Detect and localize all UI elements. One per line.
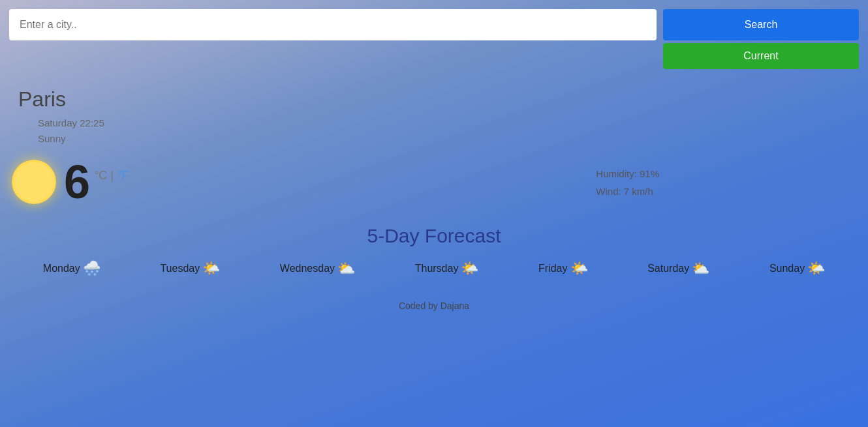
button-group: Search Current — [663, 9, 859, 69]
forecast-day: Friday 🌤️ — [538, 260, 587, 277]
search-button[interactable]: Search — [663, 9, 859, 40]
forecast-day: Saturday ⛅ — [647, 260, 709, 277]
footer-credit: Coded by Dajana — [399, 301, 469, 311]
weather-icon: 🌤️ — [807, 260, 825, 277]
forecast-title: 5-Day Forecast — [0, 225, 868, 247]
day-name: Wednesday ⛅ — [280, 260, 355, 277]
weather-icon: 🌤️ — [570, 260, 588, 277]
top-bar: Search Current — [0, 0, 868, 69]
celsius-unit[interactable]: °C — [94, 169, 107, 182]
forecast-day: Tuesday 🌤️ — [160, 260, 220, 277]
unit-separator: | — [110, 169, 114, 182]
city-name: Paris — [18, 87, 868, 111]
temperature-units: °C | °F — [94, 169, 129, 183]
city-condition: Sunny — [38, 131, 868, 147]
forecast-day: Wednesday ⛅ — [280, 260, 355, 277]
weather-icon: ⛅ — [337, 260, 355, 277]
weather-details: Humidity: 91% Wind: 7 km/h — [596, 165, 659, 200]
day-name: Sunday 🌤️ — [769, 260, 825, 277]
weather-row: 6 °C | °F Humidity: 91% Wind: 7 km/h — [0, 147, 868, 205]
humidity-label: Humidity: 91% — [596, 165, 659, 183]
day-name: Saturday ⛅ — [647, 260, 709, 277]
footer: Coded by Dajana — [0, 301, 868, 311]
fahrenheit-unit[interactable]: °F — [117, 169, 129, 182]
weather-icon: ⛅ — [692, 260, 709, 277]
sun-icon — [12, 160, 56, 204]
day-name: Tuesday 🌤️ — [160, 260, 220, 277]
day-name: Monday 🌨️ — [43, 260, 101, 277]
forecast-day: Sunday 🌤️ — [769, 260, 825, 277]
forecast-days: Monday 🌨️Tuesday 🌤️Wednesday ⛅Thursday 🌤… — [0, 260, 868, 277]
forecast-day: Thursday 🌤️ — [415, 260, 479, 277]
forecast-section: 5-Day Forecast Monday 🌨️Tuesday 🌤️Wednes… — [0, 225, 868, 277]
current-location-button[interactable]: Current — [663, 43, 859, 69]
day-name: Thursday 🌤️ — [415, 260, 479, 277]
city-search-input[interactable] — [9, 9, 657, 40]
weather-icon: 🌨️ — [83, 260, 101, 277]
weather-icon: 🌤️ — [461, 260, 478, 277]
wind-label: Wind: 7 km/h — [596, 183, 659, 200]
weather-icon: 🌤️ — [202, 260, 220, 277]
city-meta: Saturday 22:25 Sunny — [38, 115, 868, 147]
city-section: Paris Saturday 22:25 Sunny — [0, 69, 868, 147]
day-name: Friday 🌤️ — [538, 260, 587, 277]
temperature-value: 6 — [64, 158, 90, 205]
forecast-day: Monday 🌨️ — [43, 260, 101, 277]
city-datetime: Saturday 22:25 — [38, 115, 868, 131]
